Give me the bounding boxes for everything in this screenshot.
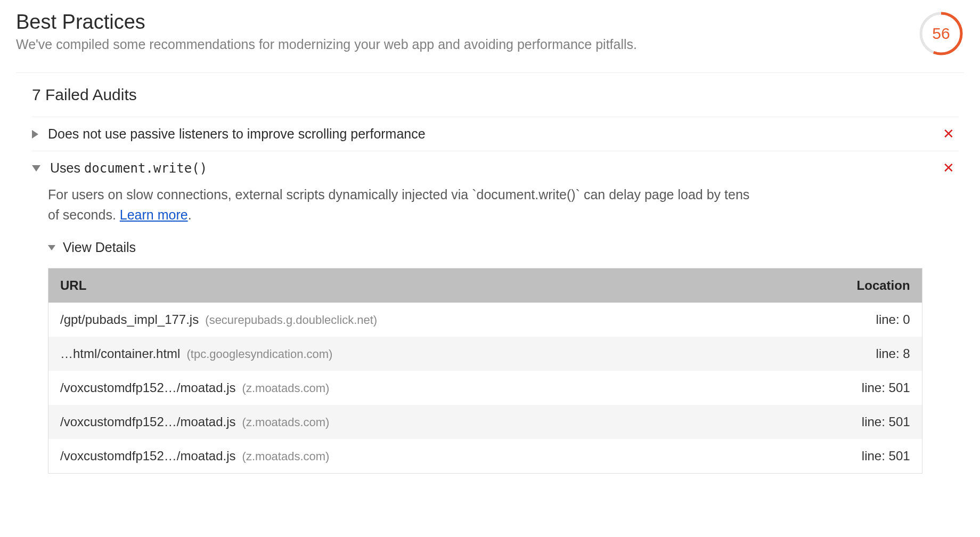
audit-title-code: document.write(): [84, 161, 207, 176]
report-header: Best Practices We've compiled some recom…: [16, 11, 964, 73]
table-row: /voxcustomdfp152…/moatad.js (z.moatads.c…: [48, 405, 922, 439]
table-row: …html/container.html (tpc.googlesyndicat…: [48, 337, 922, 371]
learn-more-link[interactable]: Learn more: [120, 207, 188, 222]
table-row: /gpt/pubads_impl_177.js (securepubads.g.…: [48, 303, 922, 337]
report-subtitle: We've compiled some recommendations for …: [16, 37, 637, 52]
table-cell-location: line: 501: [761, 371, 922, 405]
table-row: /voxcustomdfp152…/moatad.js (z.moatads.c…: [48, 439, 922, 474]
table-cell-location: line: 501: [761, 439, 922, 474]
table-cell-url: …html/container.html (tpc.googlesyndicat…: [48, 337, 761, 371]
score-value: 56: [918, 11, 964, 56]
table-cell-location: line: 0: [761, 303, 922, 337]
table-cell-location: line: 501: [761, 405, 922, 439]
audit-toggle-row[interactable]: Does not use passive listeners to improv…: [32, 117, 959, 151]
audit-item: Does not use passive listeners to improv…: [32, 117, 959, 151]
details-table: URL Location /gpt/pubads_impl_177.js (se…: [48, 268, 922, 474]
failed-audits-heading: 7 Failed Audits: [32, 73, 959, 117]
url-host: (tpc.googlesyndication.com): [183, 347, 332, 361]
url-host: (z.moatads.com): [239, 450, 330, 463]
audit-description: For users on slow connections, external …: [32, 185, 751, 234]
chevron-right-icon: [32, 130, 38, 139]
url-path: …html/container.html: [60, 346, 180, 361]
table-header-url: URL: [48, 268, 761, 303]
url-host: (z.moatads.com): [239, 416, 330, 429]
url-path: /gpt/pubads_impl_177.js: [60, 312, 199, 327]
score-gauge: 56: [918, 11, 964, 56]
table-cell-url: /voxcustomdfp152…/moatad.js (z.moatads.c…: [48, 439, 761, 474]
url-path: /voxcustomdfp152…/moatad.js: [60, 414, 236, 429]
chevron-down-icon: [48, 245, 55, 250]
url-path: /voxcustomdfp152…/moatad.js: [60, 380, 236, 395]
view-details-label: View Details: [63, 240, 136, 255]
url-path: /voxcustomdfp152…/moatad.js: [60, 449, 236, 463]
chevron-down-icon: [32, 165, 40, 172]
url-host: (z.moatads.com): [239, 381, 330, 395]
table-cell-url: /voxcustomdfp152…/moatad.js (z.moatads.c…: [48, 371, 761, 405]
fail-icon: ✕: [943, 126, 959, 142]
table-cell-url: /voxcustomdfp152…/moatad.js (z.moatads.c…: [48, 405, 761, 439]
fail-icon: ✕: [943, 160, 959, 176]
view-details-toggle[interactable]: View Details: [48, 234, 959, 268]
url-host: (securepubads.g.doubleclick.net): [202, 313, 377, 327]
audit-item: Uses document.write() ✕ For users on slo…: [32, 151, 959, 474]
audit-toggle-row[interactable]: Uses document.write() ✕: [32, 151, 959, 185]
table-row: /voxcustomdfp152…/moatad.js (z.moatads.c…: [48, 371, 922, 405]
table-cell-url: /gpt/pubads_impl_177.js (securepubads.g.…: [48, 303, 761, 337]
audit-title: Uses document.write(): [50, 160, 943, 176]
report-title: Best Practices: [16, 11, 637, 34]
table-cell-location: line: 8: [761, 337, 922, 371]
table-header-location: Location: [761, 268, 922, 303]
audit-title: Does not use passive listeners to improv…: [48, 126, 943, 142]
